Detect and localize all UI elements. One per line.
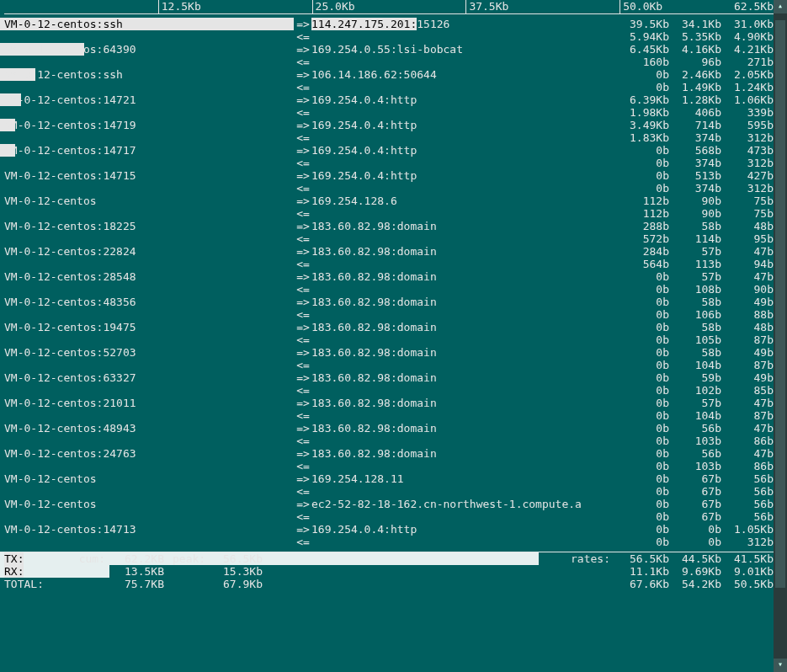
rate-cell: 714b: [669, 119, 721, 131]
rate-cell: 86b: [721, 435, 774, 447]
conn-row-tx: VM-0-12-centos:14717=>169.254.0.4:http0b…: [0, 144, 774, 157]
conn-source: VM-0-12-centos:48356: [0, 296, 295, 308]
conn-dest-port: 15126: [417, 18, 449, 30]
rate-cell: 595b: [721, 119, 774, 131]
conn-row-tx: VM-0-12-centos:14715=>169.254.0.4:http0b…: [0, 169, 774, 182]
rate-cell: 67b: [669, 472, 721, 485]
tx-arrow-icon: =>: [295, 447, 311, 460]
rate-cell: 1.05Kb: [721, 523, 774, 536]
rate-cell: 75b: [721, 207, 774, 220]
conn-row-tx: VM-0-12-centos:ssh=>114.247.175.201:1512…: [0, 18, 774, 30]
scroll-down-icon[interactable]: ▾: [774, 659, 787, 672]
rx-arrow-icon: <=: [295, 232, 311, 245]
summary-block: TX:cum:62.2KBpeak:56.5Kbrates:56.5Kb44.5…: [0, 552, 774, 590]
rate-cell: 49b: [721, 371, 774, 384]
cum-value: 62.2KB: [105, 552, 173, 565]
conn-row-tx: VM-0-12-centos:52703=>183.60.82.98:domai…: [0, 346, 774, 359]
rate-cell: 2.05Kb: [721, 68, 774, 81]
rate-cell: 0b: [617, 68, 669, 81]
conn-source: VM-0-12-centos:64390: [0, 43, 295, 56]
rate-cell: 568b: [669, 144, 721, 157]
tx-arrow-icon: =>: [295, 321, 311, 333]
conn-dest: 183.60.82.98:domain: [311, 245, 617, 258]
tx-arrow-icon: =>: [295, 68, 311, 81]
rate-cell: 0b: [617, 296, 669, 308]
rate-cell: 87b: [721, 333, 774, 346]
conn-row-rx: <=0b105b87b: [0, 333, 774, 346]
conn-source: VM-0-12-centos:14719: [0, 119, 295, 131]
tx-arrow-icon: =>: [295, 144, 311, 157]
tx-arrow-icon: =>: [295, 220, 311, 232]
conn-source-label: VM-0-12-centos:14721: [4, 93, 136, 106]
rx-arrow-icon: <=: [295, 510, 311, 523]
conn-dest: 183.60.82.98:domain: [311, 422, 617, 435]
rate-cell: 0b: [617, 397, 669, 409]
conn-source: VM-0-12-centos:22824: [0, 245, 295, 258]
cum-value: 13.5KB: [105, 565, 173, 578]
rate-cell: 87b: [721, 409, 774, 422]
conn-row-tx: VM-0-12-centos=>169.254.128.6112b90b75b: [0, 195, 774, 207]
rate-cell: 5.94Kb: [617, 30, 669, 43]
rate-cell: 1.83Kb: [617, 131, 669, 144]
rate-cell: 47b: [721, 397, 774, 409]
rx-arrow-icon: <=: [295, 81, 311, 93]
conn-source-label: VM-0-12-centos:64390: [4, 43, 136, 56]
conn-row-tx: VM-0-12-centos:48943=>183.60.82.98:domai…: [0, 422, 774, 435]
rx-arrow-icon: <=: [295, 182, 311, 195]
conn-source: VM-0-12-centos:ssh: [0, 68, 295, 81]
conn-row-tx: VM-0-12-centos=>ec2-52-82-18-162.cn-nort…: [0, 498, 774, 510]
conn-row-rx: <=1.98Kb406b339b: [0, 106, 774, 119]
rate-cell: 406b: [669, 106, 721, 119]
rate-cell: 47b: [721, 447, 774, 460]
conn-row-rx: <=0b108b90b: [0, 283, 774, 296]
rate-cell: 0b: [617, 485, 669, 498]
rate-cell: 5.35Kb: [669, 30, 721, 43]
rx-arrow-icon: <=: [295, 56, 311, 68]
scrollbar-thumb[interactable]: [775, 20, 785, 588]
rate-cell: 56b: [669, 422, 721, 435]
rate-cell: 96b: [669, 56, 721, 68]
conn-dest: 183.60.82.98:domain: [311, 321, 617, 333]
rates-label: rates:: [571, 552, 617, 565]
rate-cell: 112b: [617, 207, 669, 220]
conn-source: VM-0-12-centos:18225: [0, 220, 295, 232]
conn-row-tx: VM-0-12-centos:21011=>183.60.82.98:domai…: [0, 397, 774, 409]
rate-cell: 0b: [617, 409, 669, 422]
rate-cell: 9.01Kb: [721, 565, 774, 578]
summary-label: TOTAL:: [0, 578, 55, 590]
rate-cell: 48b: [721, 321, 774, 333]
rate-cell: 0b: [617, 144, 669, 157]
rx-arrow-icon: <=: [295, 384, 311, 397]
conn-row-tx: VM-0-12-centos:19475=>183.60.82.98:domai…: [0, 321, 774, 333]
rx-arrow-icon: <=: [295, 485, 311, 498]
conn-source: VM-0-12-centos:19475: [0, 321, 295, 333]
conn-dest: 114.247.175.201:15126: [311, 18, 617, 30]
rate-cell: 94b: [721, 258, 774, 270]
conn-row-rx: <=0b104b87b: [0, 359, 774, 371]
conn-row-rx: <=0b374b312b: [0, 182, 774, 195]
summary-row-tx: TX:cum:62.2KBpeak:56.5Kbrates:56.5Kb44.5…: [0, 552, 774, 565]
rx-arrow-icon: <=: [295, 30, 311, 43]
rx-arrow-icon: <=: [295, 435, 311, 447]
rate-cell: 48b: [721, 220, 774, 232]
rate-cell: 0b: [617, 333, 669, 346]
conn-row-rx: <=0b102b85b: [0, 384, 774, 397]
conn-dest: 183.60.82.98:domain: [311, 447, 617, 460]
conn-source: VM-0-12-centos:52703: [0, 346, 295, 359]
conn-row-tx: VM-0-12-centos:63327=>183.60.82.98:domai…: [0, 371, 774, 384]
tx-arrow-icon: =>: [295, 472, 311, 485]
rate-cell: 58b: [669, 220, 721, 232]
rate-cell: 34.1Kb: [669, 18, 721, 30]
rate-cell: 0b: [617, 472, 669, 485]
rate-cell: 271b: [721, 56, 774, 68]
rate-cell: 0b: [617, 422, 669, 435]
summary-label: TX:: [0, 552, 55, 565]
rate-cell: 57b: [669, 245, 721, 258]
vertical-scrollbar[interactable]: ▴ ▾: [774, 0, 787, 672]
rate-cell: 0b: [617, 346, 669, 359]
scrollbar-track[interactable]: [774, 13, 787, 659]
conn-dest: 169.254.128.11: [311, 472, 617, 485]
conn-dest: 169.254.0.4:http: [311, 93, 617, 106]
rate-cell: 104b: [669, 409, 721, 422]
scroll-up-icon[interactable]: ▴: [774, 0, 787, 13]
